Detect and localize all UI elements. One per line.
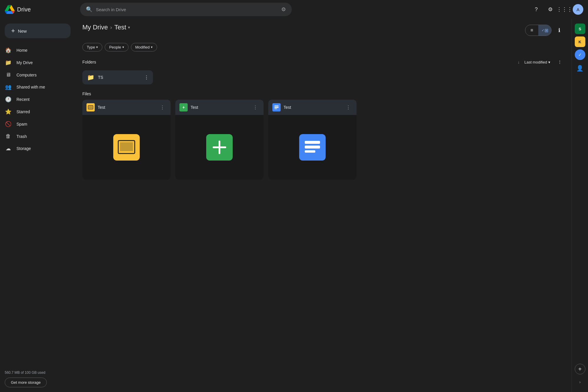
folder-more-options-ts[interactable]: ⋮: [142, 73, 151, 81]
svg-rect-9: [305, 141, 320, 144]
forms-file-more-options[interactable]: ⋮: [251, 103, 259, 111]
tasks-panel-icon[interactable]: ✓: [575, 49, 585, 60]
sidebar-item-trash-label: Trash: [16, 134, 27, 139]
folders-section: Folders ↓ Last modified ▾ ⋮ 📁 TS ⋮: [82, 57, 564, 84]
sidebar-item-trash[interactable]: 🗑 Trash: [0, 130, 73, 142]
file-grid: Test ⋮ +: [82, 100, 564, 180]
new-button[interactable]: + New: [5, 24, 71, 38]
new-button-label: New: [18, 29, 27, 34]
docs-type-icon: [272, 103, 281, 111]
spam-icon: 🚫: [5, 121, 12, 127]
svg-rect-3: [120, 142, 133, 151]
trash-icon: 🗑: [5, 133, 12, 139]
sidebar-item-starred-label: Starred: [16, 109, 30, 114]
right-panel-chevron-icon[interactable]: ›: [575, 377, 585, 387]
folder-name-ts: TS: [98, 75, 148, 80]
storage-text: 560.7 MB of 100 GB used: [5, 371, 71, 375]
recent-icon: 🕐: [5, 96, 12, 103]
list-view-button[interactable]: ≡: [525, 25, 538, 36]
sidebar-item-my-drive-label: My Drive: [16, 60, 33, 65]
folder-icon: 📁: [87, 74, 94, 81]
file-card-forms[interactable]: + Test ⋮: [175, 100, 264, 180]
my-drive-icon: 📁: [5, 59, 12, 66]
sidebar-item-storage[interactable]: ☁ Storage: [0, 142, 73, 155]
slides-preview-icon: [113, 134, 140, 161]
search-input[interactable]: [96, 7, 278, 12]
grid-view-button[interactable]: ✓ ⊞: [538, 25, 551, 36]
content-area: My Drive › Test ▾ ≡ ✓ ⊞ ℹ: [75, 19, 572, 392]
help-button[interactable]: ?: [530, 4, 542, 15]
breadcrumb-current-label: Test: [114, 24, 126, 31]
modified-filter-chip[interactable]: Modified ▾: [131, 43, 157, 51]
folder-grid: 📁 TS ⋮: [82, 70, 564, 84]
sidebar-item-home[interactable]: 🏠 Home: [0, 44, 73, 56]
forms-file-preview: [175, 115, 264, 180]
svg-rect-1: [89, 106, 92, 109]
file-card-slides[interactable]: Test ⋮: [82, 100, 171, 180]
apps-button[interactable]: ⋮⋮⋮: [559, 4, 570, 15]
sidebar-item-computers-label: Computers: [16, 73, 36, 77]
folders-section-title: Folders: [82, 60, 96, 64]
sort-caret-icon: ▾: [548, 60, 550, 64]
docs-file-more-options[interactable]: ⋮: [344, 103, 352, 111]
sidebar-item-shared[interactable]: 👥 Shared with me: [0, 81, 73, 93]
breadcrumb-separator: ›: [110, 24, 112, 31]
logo-area: Drive: [5, 5, 75, 14]
files-section-title: Files: [82, 91, 91, 96]
sidebar-item-spam[interactable]: 🚫 Spam: [0, 118, 73, 130]
sidebar-item-shared-label: Shared with me: [16, 85, 45, 89]
folders-sort-bar: Folders ↓ Last modified ▾ ⋮: [82, 57, 564, 67]
home-icon: 🏠: [5, 47, 12, 54]
file-card-docs[interactable]: Test ⋮: [268, 100, 357, 180]
svg-rect-6: [274, 106, 279, 106]
keep-panel-icon[interactable]: K: [575, 36, 585, 47]
type-filter-chip[interactable]: Type ▾: [82, 43, 102, 51]
main-wrapper: + New 🏠 Home 📁 My Drive 🖥 Computers 👥 Sh…: [0, 19, 588, 392]
info-button[interactable]: ℹ: [554, 25, 564, 36]
storage-icon: ☁: [5, 145, 12, 152]
search-bar[interactable]: 🔍 ⚙: [80, 3, 292, 16]
avatar[interactable]: A: [573, 4, 583, 15]
computers-icon: 🖥: [5, 72, 12, 78]
add-panel-button[interactable]: +: [575, 364, 585, 374]
sidebar-item-recent-label: Recent: [16, 97, 29, 102]
get-storage-button[interactable]: Get more storage: [5, 378, 47, 387]
filter-icon[interactable]: ⚙: [281, 6, 286, 13]
folders-more-options[interactable]: ⋮: [555, 57, 564, 67]
sidebar-item-starred[interactable]: ⭐ Starred: [0, 106, 73, 118]
right-panel: S K ✓ 👤 + ›: [572, 19, 588, 392]
breadcrumb-root[interactable]: My Drive: [82, 24, 108, 31]
people-filter-chip[interactable]: People ▾: [105, 43, 128, 51]
slides-type-icon: [86, 103, 95, 111]
sidebar-item-home-label: Home: [16, 48, 27, 53]
people-filter-caret-icon: ▾: [122, 45, 124, 49]
sheets-panel-icon[interactable]: S: [575, 24, 585, 34]
forms-file-name: Test: [191, 105, 248, 110]
people-filter-label: People: [109, 45, 121, 49]
sidebar-item-my-drive[interactable]: 📁 My Drive: [0, 56, 73, 69]
svg-rect-8: [274, 109, 277, 109]
sort-down-arrow-icon: ↓: [518, 60, 520, 64]
contacts-panel-icon[interactable]: 👤: [574, 62, 586, 74]
svg-rect-7: [274, 107, 279, 108]
sidebar-item-recent[interactable]: 🕐 Recent: [0, 93, 73, 106]
svg-rect-10: [305, 146, 320, 149]
folder-card-ts[interactable]: 📁 TS ⋮: [82, 70, 153, 84]
search-icon: 🔍: [86, 6, 92, 13]
header-actions: ? ⚙ ⋮⋮⋮ A: [530, 4, 583, 15]
sort-button[interactable]: Last modified ▾: [522, 59, 553, 66]
sidebar-item-computers[interactable]: 🖥 Computers: [0, 69, 73, 81]
slides-file-more-options[interactable]: ⋮: [158, 103, 166, 111]
docs-file-name: Test: [284, 105, 341, 110]
sidebar-item-storage-label: Storage: [16, 146, 31, 151]
breadcrumb-caret-icon: ▾: [128, 25, 130, 30]
settings-button[interactable]: ⚙: [544, 4, 556, 15]
plus-icon: +: [11, 28, 15, 34]
breadcrumb-current[interactable]: Test ▾: [114, 24, 130, 31]
starred-icon: ⭐: [5, 109, 12, 115]
view-toggle: ≡ ✓ ⊞: [525, 25, 552, 36]
type-filter-caret-icon: ▾: [96, 45, 98, 49]
nav-section: 🏠 Home 📁 My Drive 🖥 Computers 👥 Shared w…: [0, 44, 75, 155]
docs-preview-icon: [299, 134, 326, 161]
file-header-forms: + Test ⋮: [175, 100, 264, 115]
